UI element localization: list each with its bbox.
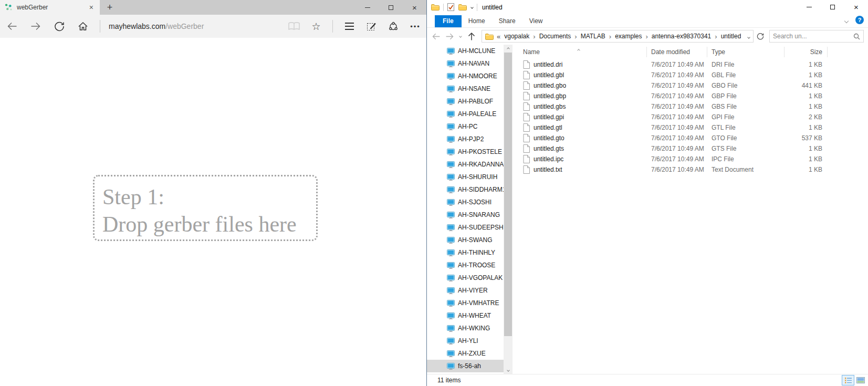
tree-item-computer[interactable]: AH-ZXUE [427, 347, 504, 360]
back-button[interactable] [0, 15, 24, 38]
file-row[interactable]: untitled.gts 7/6/2017 10:49 AM GTS File … [513, 143, 868, 154]
help-button[interactable]: ? [855, 16, 864, 24]
column-header-type[interactable]: Type [707, 46, 785, 58]
breadcrumb-item[interactable]: untitled › [721, 33, 741, 40]
share-button[interactable] [382, 15, 404, 38]
file-row[interactable]: untitled.gbp 7/6/2017 10:49 AM GBP File … [513, 91, 868, 101]
computer-monitor-icon [447, 338, 455, 345]
tree-item-computer[interactable]: AH-NMOORE [427, 70, 504, 82]
hub-button[interactable] [338, 15, 360, 38]
explorer-main-area: AH-MCLUNE AH-NAVAN AH-NMOORE AH- [427, 45, 868, 374]
new-tab-button[interactable]: + [100, 0, 120, 15]
breadcrumb-item[interactable]: examples › [615, 33, 652, 40]
explorer-minimize-button[interactable] [797, 0, 821, 14]
explorer-back-button[interactable] [429, 33, 443, 40]
edge-minimize-button[interactable] [355, 0, 379, 15]
qat-properties-button[interactable] [447, 3, 454, 11]
tree-item-computer[interactable]: AH-YLI [427, 335, 504, 347]
tree-item-computer[interactable]: AH-TROOSE [427, 259, 504, 272]
tree-item-computer[interactable]: AH-SNARANG [427, 208, 504, 221]
breadcrumb-address-box[interactable]: « vgopalak › Documents › [482, 30, 754, 43]
tree-item-computer[interactable]: AH-SUDEEPSH [427, 221, 504, 234]
up-one-level-button[interactable] [465, 32, 478, 40]
reading-view-button[interactable] [283, 15, 305, 38]
column-header-date-modified[interactable]: Date modified [647, 46, 707, 58]
column-header-size[interactable]: Size [785, 46, 828, 58]
refresh-button[interactable] [47, 15, 71, 38]
system-folder-icon[interactable] [431, 4, 440, 11]
tree-item-computer[interactable]: AH-MCLUNE [427, 45, 504, 57]
breadcrumb-item[interactable]: antenna-ex98370341 › [652, 33, 721, 40]
scroll-up-button[interactable] [504, 45, 513, 53]
qat-customize-button[interactable] [471, 6, 473, 8]
file-row[interactable]: untitled.gtl 7/6/2017 10:49 AM GTL File … [513, 122, 868, 133]
explorer-maximize-button[interactable] [821, 0, 844, 14]
file-row[interactable]: untitled.gbo 7/6/2017 10:49 AM GBO File … [513, 80, 868, 91]
refresh-address-button[interactable] [754, 33, 767, 40]
file-row[interactable]: untitled.gpi 7/6/2017 10:49 AM GPI File … [513, 112, 868, 122]
tree-item-computer[interactable]: AH-SIDDHARM1 [427, 183, 504, 196]
search-input[interactable] [773, 33, 853, 40]
tree-item-computer[interactable]: AH-VMHATRE [427, 297, 504, 309]
tree-item-computer[interactable]: AH-PABLOF [427, 95, 504, 108]
web-note-button[interactable] [360, 15, 382, 38]
tree-item-computer[interactable]: AH-NSANE [427, 82, 504, 95]
file-row[interactable]: untitled.txt 7/6/2017 10:49 AM Text Docu… [513, 164, 868, 175]
column-header-name[interactable]: Name [513, 46, 647, 58]
file-type: GBL File [707, 71, 785, 79]
details-view-button[interactable] [842, 375, 854, 385]
tree-item-computer[interactable]: AH-SHURUIH [427, 171, 504, 183]
tree-item-computer[interactable]: AH-SJOSHI [427, 196, 504, 208]
edge-maximize-button[interactable] [379, 0, 403, 15]
tree-item-computer[interactable]: AH-WKING [427, 322, 504, 335]
tree-item-computer[interactable]: AH-PKOSTELE [427, 145, 504, 158]
gerber-dropzone[interactable]: Step 1: Drop gerber files here [93, 175, 318, 241]
new-folder-icon [458, 4, 467, 11]
explorer-forward-button[interactable] [443, 33, 456, 40]
tree-item-computer[interactable]: AH-NAVAN [427, 57, 504, 70]
tree-item-computer[interactable]: AH-THINHLY [427, 246, 504, 259]
recent-locations-button[interactable] [456, 35, 465, 37]
scroll-down-button[interactable] [504, 366, 513, 374]
favorites-button[interactable]: ☆ [305, 15, 327, 38]
ribbon-tab-home[interactable]: Home [462, 15, 492, 27]
browser-tab-webgerber[interactable]: webGerber × [0, 0, 100, 15]
breadcrumb-item[interactable]: Documents › [539, 33, 581, 40]
tree-item-computer[interactable]: AH-PALEALE [427, 108, 504, 120]
address-dropdown-button[interactable] [748, 33, 750, 40]
breadcrumb-overflow-icon[interactable]: « [497, 33, 500, 40]
file-row[interactable]: untitled.gbl 7/6/2017 10:49 AM GBL File … [513, 70, 868, 80]
explorer-close-button[interactable]: × [844, 0, 868, 14]
more-actions-button[interactable]: ••• [404, 15, 426, 38]
address-bar[interactable]: mayhewlabs.com/webGerber [109, 22, 204, 30]
file-row[interactable]: untitled.gbs 7/6/2017 10:49 AM GBS File … [513, 101, 868, 112]
scrollbar-thumb[interactable] [504, 53, 512, 336]
tree-item-computer[interactable]: AH-VGOPALAK [427, 272, 504, 284]
forward-button[interactable] [24, 15, 47, 38]
ribbon-tab-view[interactable]: View [522, 15, 550, 27]
file-row[interactable]: untitled.gto 7/6/2017 10:49 AM GTO File … [513, 133, 868, 143]
tree-item-computer[interactable]: fs-56-ah [427, 360, 504, 372]
tree-item-computer[interactable]: AH-SWANG [427, 234, 504, 246]
tab-close-button[interactable]: × [87, 3, 96, 12]
ribbon-tab-share[interactable]: Share [492, 15, 522, 27]
tree-item-computer[interactable]: AH-VIYER [427, 284, 504, 297]
tree-scrollbar[interactable] [504, 45, 513, 374]
file-explorer-window: untitled × File Home Share View ? [426, 0, 868, 386]
large-icons-view-button[interactable] [854, 375, 867, 385]
search-box[interactable] [769, 30, 864, 43]
tree-item-computer[interactable]: AH-PC [427, 120, 504, 133]
tree-item-computer[interactable]: AH-RKADANNA [427, 158, 504, 171]
tree-item-computer[interactable]: AH-PJP2 [427, 133, 504, 145]
breadcrumb-item[interactable]: vgopalak › [504, 33, 539, 40]
file-row[interactable]: untitled.dri 7/6/2017 10:49 AM DRI File … [513, 59, 868, 70]
file-row[interactable]: untitled.ipc 7/6/2017 10:49 AM IPC File … [513, 154, 868, 164]
expand-ribbon-button[interactable] [845, 15, 848, 25]
qat-new-folder-button[interactable] [458, 4, 467, 11]
tree-item-computer[interactable]: AH-WHEAT [427, 309, 504, 322]
breadcrumb-item[interactable]: MATLAB › [581, 33, 615, 40]
file-date-modified: 7/6/2017 10:49 AM [647, 92, 707, 100]
ribbon-tab-file[interactable]: File [435, 15, 462, 27]
home-button[interactable] [71, 15, 95, 38]
edge-close-button[interactable]: × [403, 0, 426, 15]
